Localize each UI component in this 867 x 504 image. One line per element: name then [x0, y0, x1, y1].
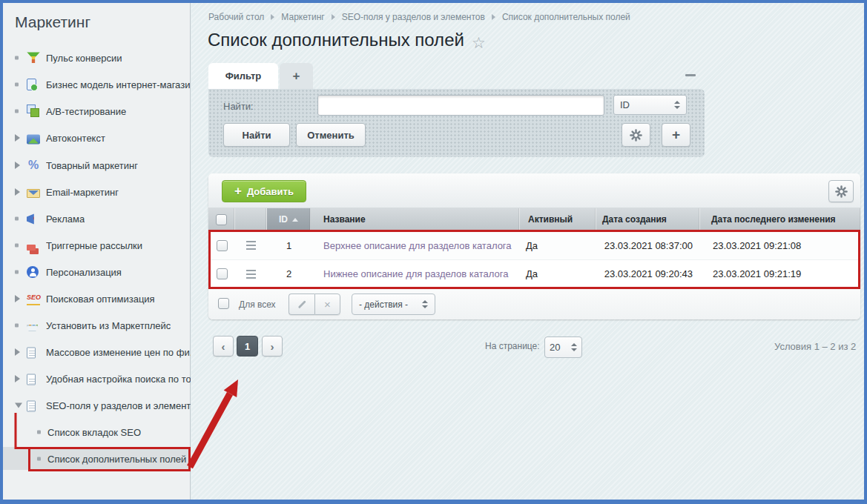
table-header: ID Название Активный Дата создания Дата … [208, 208, 860, 231]
document-icon [27, 374, 36, 385]
sidebar-item-label: Бизнес модель интернет-магази [46, 79, 190, 90]
sidebar-item-search-setup[interactable]: Удобная настройка поиска по то [3, 367, 191, 390]
chevron-down-icon [15, 402, 22, 408]
ab-test-icon [27, 105, 40, 118]
breadcrumb-link-marketing[interactable]: Маркетинг [281, 12, 324, 22]
percent-icon: % [27, 159, 40, 172]
row-menu-icon[interactable] [246, 273, 256, 275]
filter-field-select-value: ID [620, 99, 630, 110]
column-header-id[interactable]: ID [267, 208, 311, 231]
page-title: Список дополнительных полей [208, 30, 464, 50]
row-checkbox[interactable] [217, 240, 228, 251]
actions-select[interactable]: - действия - [352, 294, 435, 315]
sidebar-item-seo-fields[interactable]: SEO-поля у разделов и элемент [3, 394, 191, 417]
chevron-right-icon [15, 375, 20, 382]
grid-settings-button[interactable] [828, 180, 854, 202]
chevron-right-icon [15, 134, 20, 142]
add-button[interactable]: + Добавить [222, 180, 306, 202]
gear-icon [835, 185, 848, 198]
table-row: 1 Верхнее описание для разделов каталога… [208, 231, 860, 259]
cell-name: Нижнее описание для разделов каталога [311, 260, 520, 288]
per-page-select[interactable]: 20 [544, 336, 582, 358]
sidebar-item-label: Автоконтекст [46, 132, 105, 143]
current-page-button[interactable]: 1 [237, 336, 258, 357]
row-link[interactable]: Верхнее описание для разделов каталога [323, 240, 512, 251]
breadcrumb: Рабочий стол Маркетинг SEO-поля у раздел… [208, 12, 630, 22]
select-arrows-icon [571, 343, 577, 351]
row-link[interactable]: Нижнее описание для разделов каталога [323, 268, 508, 279]
find-button[interactable]: Найти [223, 123, 290, 147]
row-menu-cell [235, 260, 267, 288]
cell-active: Да [520, 260, 596, 288]
sidebar-item-marketplace[interactable]: Установить из Маркетплейс [3, 314, 191, 336]
bulk-delete-button[interactable]: × [314, 294, 340, 315]
select-all-cell [208, 208, 235, 231]
gear-icon [630, 129, 642, 142]
grid-toolbar: + Добавить [208, 173, 860, 208]
bullet-marker [15, 56, 19, 59]
row-menu-icon[interactable] [246, 245, 256, 246]
select-all-checkbox[interactable] [216, 214, 227, 225]
sidebar-item-label: Поисковая оптимизация [46, 293, 155, 304]
business-model-icon [27, 79, 36, 90]
sidebar-item-label: Пульс конверсии [46, 52, 122, 63]
cell-id: 2 [267, 260, 311, 288]
tab-filter[interactable]: Фильтр [208, 63, 278, 89]
sidebar-item-label: Реклама [46, 213, 85, 224]
breadcrumb-current: Список дополнительных полей [502, 12, 630, 22]
sidebar-item-label: Удобная настройка поиска по то [46, 373, 191, 384]
column-label: ID [279, 214, 288, 225]
sidebar-item-mass-price-change[interactable]: Массовое изменение цен по фи. [3, 340, 191, 363]
chevron-right-icon [15, 162, 20, 169]
bulk-action-buttons: × [289, 294, 340, 315]
filter-field-select[interactable]: ID [613, 95, 687, 115]
search-input[interactable] [317, 95, 604, 116]
megaphone-icon [27, 213, 37, 225]
sidebar-item-trigger-mailings[interactable]: Триггерные рассылки [3, 233, 191, 256]
close-icon: × [324, 298, 331, 311]
sidebar-item-label: Товарный маркетинг [46, 159, 138, 170]
chevron-right-icon [15, 295, 20, 302]
sidebar-item-email-marketing[interactable]: Email-маркетинг [3, 180, 191, 203]
next-page-button[interactable]: › [262, 336, 283, 357]
email-icon [27, 189, 40, 198]
add-filter-tab-button[interactable]: + [280, 63, 313, 89]
add-filter-field-button[interactable]: + [662, 123, 690, 147]
column-header-name[interactable]: Название [311, 208, 520, 231]
sidebar-item-seo-tabs-list[interactable]: Список вкладок SEO [3, 420, 191, 443]
bulk-edit-button[interactable] [289, 294, 314, 315]
sidebar-item-label: Массовое изменение цен по фи. [46, 346, 191, 357]
filter-settings-button[interactable] [622, 123, 650, 147]
sidebar-item-product-marketing[interactable]: % Товарный маркетинг [3, 153, 191, 176]
sidebar-item-label: Триггерные рассылки [46, 239, 142, 251]
data-grid: + Добавить [208, 173, 860, 319]
column-header-active[interactable]: Активный [520, 208, 596, 231]
favorite-star-icon[interactable]: ☆ [472, 34, 486, 52]
sidebar-item-personalization[interactable]: Персонализация [3, 260, 191, 283]
cell-created: 23.03.2021 09:20:43 [596, 260, 700, 288]
row-checkbox[interactable] [217, 268, 228, 279]
row-menu-cell [235, 231, 267, 259]
minimize-filter-icon[interactable] [685, 74, 696, 76]
sort-asc-icon [292, 218, 298, 222]
prev-page-button[interactable]: ‹ [213, 336, 234, 357]
sidebar-item-seo[interactable]: SEO Поисковая оптимизация [3, 287, 191, 310]
breadcrumb-separator-icon [492, 14, 495, 20]
column-header-created[interactable]: Дата создания [596, 208, 700, 231]
sidebar-item-additional-fields-list[interactable]: Список дополнительных полей [3, 447, 191, 470]
chevron-right-icon [15, 188, 20, 196]
row-checkbox-cell [208, 231, 235, 259]
sidebar-item-ab-testing[interactable]: A/B-тестирование [3, 99, 191, 122]
column-header-modified[interactable]: Дата последнего изменения [700, 208, 860, 231]
breadcrumb-link-seo-fields[interactable]: SEO-поля у разделов и элементов [342, 12, 485, 22]
bullet-marker [15, 270, 19, 273]
sidebar-item-advertising[interactable]: Реклама [3, 207, 191, 230]
cancel-button[interactable]: Отменить [296, 123, 366, 147]
breadcrumb-link-desktop[interactable]: Рабочий стол [208, 12, 264, 22]
row-menu-header-cell [235, 208, 267, 231]
sidebar-item-business-model[interactable]: Бизнес модель интернет-магази [3, 73, 191, 96]
sidebar-item-autocontext[interactable]: Автоконтекст [3, 126, 191, 149]
sidebar-item-conversion-pulse[interactable]: Пульс конверсии [3, 46, 191, 69]
for-all-checkbox[interactable] [218, 298, 229, 309]
bullet-marker [37, 457, 41, 460]
